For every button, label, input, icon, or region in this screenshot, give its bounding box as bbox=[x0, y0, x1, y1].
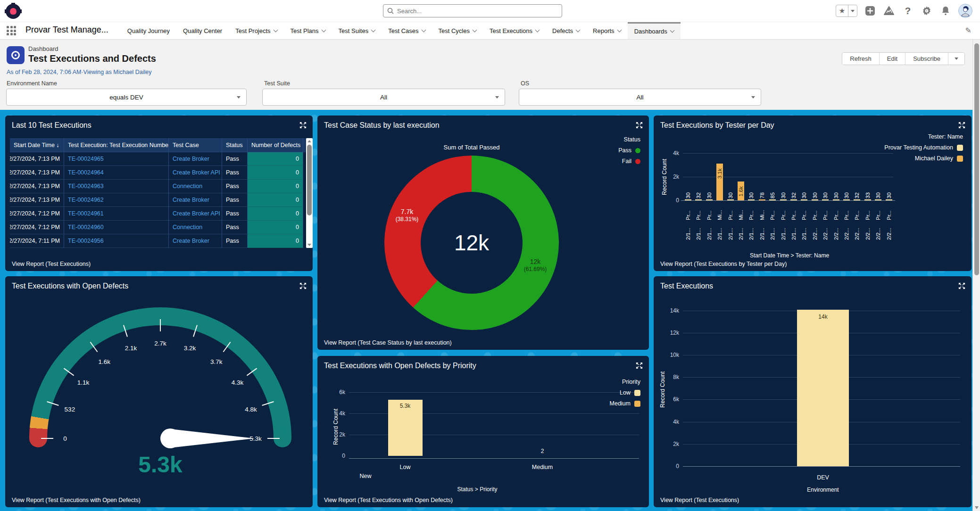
legend-item-low[interactable]: Low bbox=[610, 389, 640, 396]
test-case-link[interactable]: Create Broker bbox=[173, 197, 209, 203]
tab-quality-center[interactable]: Quality Center bbox=[176, 22, 229, 39]
execution-link[interactable]: TE-00024962 bbox=[68, 197, 104, 203]
filter-os-value: All bbox=[636, 94, 643, 101]
x-tick-tester: Pr... bbox=[886, 204, 892, 220]
tab-test-plans[interactable]: Test Plans bbox=[284, 22, 332, 39]
page-scrollbar[interactable] bbox=[972, 40, 980, 511]
tab-quality-journey[interactable]: Quality Journey bbox=[121, 22, 176, 39]
execution-link[interactable]: TE-00024963 bbox=[68, 183, 104, 190]
test-case-link[interactable]: Create Broker bbox=[173, 238, 209, 244]
subscribe-button[interactable]: Subscribe bbox=[905, 53, 948, 65]
legend-item-provar-testing-automation[interactable]: Provar Testing Automation bbox=[884, 144, 963, 151]
bar-8 bbox=[759, 199, 765, 200]
legend-item-medium[interactable]: Medium bbox=[610, 400, 640, 407]
tab-reports[interactable]: Reports bbox=[586, 22, 628, 39]
view-report-link[interactable]: View Report (Test Executions by Tester p… bbox=[660, 261, 787, 267]
widget-open-defects-gauge: Test Executions with Open Defects 05321.… bbox=[5, 276, 313, 507]
execution-link[interactable]: TE-00024964 bbox=[68, 169, 104, 176]
widget-title: Test Executions by Tester per Day bbox=[660, 121, 774, 130]
test-case-link[interactable]: Create Broker API bbox=[173, 169, 220, 176]
edit-page-pencil-icon[interactable]: ✎ bbox=[965, 26, 972, 39]
expand-icon[interactable] bbox=[635, 121, 643, 131]
slice-label-pass: 12k(61.69%) bbox=[524, 257, 547, 273]
expand-icon[interactable] bbox=[635, 362, 643, 371]
column-header-5[interactable]: Number of Defects bbox=[248, 138, 303, 152]
global-search[interactable] bbox=[383, 4, 562, 17]
column-header-3[interactable]: Test Case bbox=[169, 138, 222, 152]
favorites-caret-icon[interactable] bbox=[848, 5, 857, 16]
setup-gear-icon[interactable] bbox=[921, 5, 933, 17]
tab-test-cycles[interactable]: Test Cycles bbox=[432, 22, 483, 39]
search-input[interactable] bbox=[397, 8, 558, 15]
legend-item-pass[interactable]: Pass bbox=[618, 147, 640, 154]
tab-test-executions[interactable]: Test Executions bbox=[483, 22, 546, 39]
test-case-link[interactable]: Create Broker bbox=[173, 156, 209, 162]
y-tick: 2k bbox=[673, 441, 683, 447]
tab-test-projects[interactable]: Test Projects bbox=[229, 22, 283, 39]
expand-icon[interactable] bbox=[299, 121, 307, 131]
slice-percent: (38.31%) bbox=[396, 216, 419, 223]
tab-dashboards[interactable]: Dashboards bbox=[628, 22, 681, 39]
tab-defects[interactable]: Defects bbox=[546, 22, 586, 39]
help-icon[interactable]: ? bbox=[902, 5, 914, 17]
donut-hole: 12k bbox=[421, 192, 523, 294]
expand-icon[interactable] bbox=[958, 121, 966, 131]
table-scrollbar-thumb[interactable] bbox=[307, 145, 312, 215]
slice-percent: (61.69%) bbox=[524, 266, 547, 273]
filter-test-suite-select[interactable]: All bbox=[262, 89, 505, 106]
tab-test-suites[interactable]: Test Suites bbox=[332, 22, 382, 39]
view-report-link[interactable]: View Report (Test Executions) bbox=[660, 497, 739, 503]
execution-link[interactable]: TE-00024965 bbox=[68, 156, 104, 162]
quick-create-plus-icon[interactable] bbox=[864, 5, 876, 17]
more-actions-button[interactable] bbox=[948, 53, 964, 65]
execution-link[interactable]: TE-00024961 bbox=[68, 210, 104, 217]
cell-execution-number: TE-00024965 bbox=[64, 152, 169, 166]
column-header-1[interactable]: Start Date Time ↓ bbox=[10, 138, 64, 152]
column-header-4[interactable]: Status bbox=[222, 138, 248, 152]
scroll-down-icon[interactable] bbox=[307, 244, 311, 246]
favorites-control[interactable]: ★ bbox=[836, 5, 857, 17]
table-row: 2/27/2024, 7:13 PMTE-00024962Create Brok… bbox=[10, 193, 310, 207]
view-report-link[interactable]: View Report (Test Executions with Open D… bbox=[324, 497, 453, 503]
scroll-down-icon[interactable] bbox=[975, 506, 979, 509]
page-scrollbar-thumb[interactable] bbox=[974, 43, 979, 275]
legend-item-fail[interactable]: Fail bbox=[618, 158, 640, 165]
guidance-center-icon[interactable] bbox=[883, 5, 895, 17]
x-axis-line bbox=[349, 458, 639, 459]
tab-test-cases[interactable]: Test Cases bbox=[382, 22, 432, 39]
table-header-row: Start Date Time ↓Test Execution: Test Ex… bbox=[10, 138, 310, 152]
filter-os-select[interactable]: All bbox=[519, 89, 761, 106]
bar-value-label: 30 bbox=[781, 185, 786, 198]
table-row: 2/27/2024, 7:13 PMTE-00024965Create Brok… bbox=[10, 152, 310, 166]
scroll-up-icon[interactable] bbox=[307, 140, 311, 142]
notifications-bell-icon[interactable] bbox=[939, 5, 952, 17]
test-case-link[interactable]: Create Broker API bbox=[173, 210, 220, 217]
view-report-link[interactable]: View Report (Test Case Status by last ex… bbox=[324, 339, 452, 346]
view-report-link[interactable]: View Report (Test Executions with Open D… bbox=[12, 497, 141, 503]
execution-link[interactable]: TE-00024960 bbox=[68, 224, 104, 231]
edit-button[interactable]: Edit bbox=[880, 53, 905, 65]
x-tick-date: 2/1... bbox=[801, 223, 807, 240]
x-tick-tester: Pr... bbox=[875, 204, 881, 220]
refresh-button[interactable]: Refresh bbox=[842, 53, 880, 65]
app-launcher-waffle-icon[interactable] bbox=[7, 26, 17, 36]
legend-item-michael-dailey[interactable]: Michael Dailey bbox=[884, 155, 963, 162]
test-case-link[interactable]: Connection bbox=[173, 224, 202, 231]
view-report-link[interactable]: View Report (Test Executions) bbox=[12, 261, 91, 267]
bar-15 bbox=[833, 199, 839, 200]
column-header-2[interactable]: Test Execution: Test Execution Number bbox=[64, 138, 169, 152]
execution-link[interactable]: TE-00024956 bbox=[68, 238, 104, 244]
filter-environment-select[interactable]: equals DEV bbox=[6, 89, 247, 106]
test-case-link[interactable]: Connection bbox=[173, 183, 202, 190]
favorites-star-icon[interactable]: ★ bbox=[836, 5, 848, 16]
tab-label: Test Projects bbox=[235, 27, 270, 34]
table-row: 2/27/2024, 7:13 PMTE-00024963ConnectionP… bbox=[10, 180, 310, 193]
x-tick-low: Low bbox=[400, 464, 411, 470]
expand-icon[interactable] bbox=[958, 282, 966, 292]
table-scrollbar[interactable] bbox=[306, 138, 313, 248]
slice-value: 7.7k bbox=[396, 207, 419, 216]
user-avatar[interactable] bbox=[958, 4, 972, 18]
bar-3 bbox=[706, 199, 713, 200]
expand-icon[interactable] bbox=[299, 282, 307, 292]
provar-logo-icon[interactable] bbox=[6, 4, 21, 19]
